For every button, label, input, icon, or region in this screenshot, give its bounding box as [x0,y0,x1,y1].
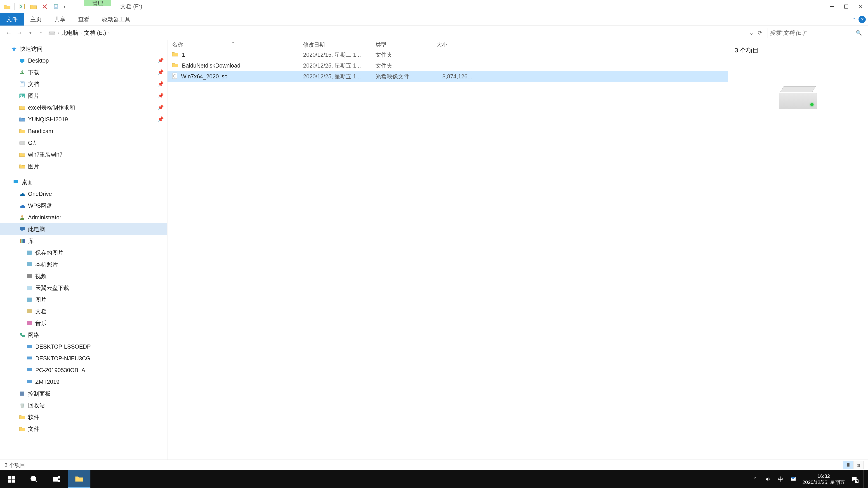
file-row[interactable]: BaiduNetdiskDownload2020/12/25, 星期五 1...… [167,60,727,71]
nav-up-button[interactable]: ↑ [36,28,46,38]
nav-net-pc4[interactable]: ZMT2019 [0,376,167,388]
nav-qa-yunqishi[interactable]: YUNQISHI2019📌 [0,113,167,125]
pin-icon[interactable]: 📌 [158,81,164,87]
search-box[interactable]: 搜索"文档 (E:)" 🔍 [767,28,864,38]
nav-qa-documents[interactable]: 文档📌 [0,78,167,90]
start-button[interactable] [0,470,23,488]
nav-lib-pictures[interactable]: 图片 [0,294,167,305]
tray-app-icon[interactable] [790,476,797,483]
column-header-date[interactable]: 修改日期 [299,41,371,48]
refresh-button[interactable]: ⟳ [756,28,764,38]
nav-item-label: 文件 [28,425,39,433]
file-type: 光盘映像文件 [371,73,432,80]
navigation-pane[interactable]: 快速访问 Desktop📌 下载📌 文档📌 图片📌 excel表格制作求和📌 Y… [0,40,167,459]
nav-forward-button[interactable]: → [14,28,24,38]
ribbon-collapse-chevron-icon[interactable]: ⌃ [851,16,857,23]
qat-new-folder-icon[interactable] [28,1,39,12]
column-header-name[interactable]: ▴名称 [167,41,299,48]
address-root-icon[interactable] [49,31,55,35]
breadcrumb-chevron-icon[interactable]: › [55,31,61,35]
nav-user-admin[interactable]: Administrator [0,212,167,223]
nav-qa-bandicam[interactable]: Bandicam [0,125,167,137]
network-icon [19,332,25,338]
nav-qa-downloads[interactable]: 下载📌 [0,66,167,78]
pin-icon[interactable]: 📌 [158,58,164,64]
nav-recycle-bin[interactable]: 回收站 [0,399,167,411]
nav-onedrive[interactable]: OneDrive [0,188,167,200]
pin-icon[interactable]: 📌 [158,116,164,122]
search-icon[interactable]: 🔍 [856,30,862,36]
view-large-icons-button[interactable]: ▦ [854,461,864,469]
help-button[interactable]: ? [859,16,866,23]
nav-lib-savedpics[interactable]: 保存的图片 [0,247,167,258]
nav-item-label: DESKTOP-NJEU3CG [35,355,90,362]
ime-indicator[interactable]: 中 [777,476,784,483]
nav-qa-excel[interactable]: excel表格制作求和📌 [0,102,167,113]
nav-lib-music[interactable]: 音乐 [0,317,167,329]
window-title: 文档 (E:) [120,3,142,10]
view-details-button[interactable]: ≣ [843,461,853,469]
address-history-chevron-icon[interactable]: ⌄ [747,28,756,38]
nav-net-pc1[interactable]: DESKTOP-LSSOEDP [0,341,167,352]
nav-net-pc3[interactable]: PC-20190530OBLA [0,364,167,376]
file-row[interactable]: Win7x64_2020.iso2020/12/25, 星期五 1...光盘映像… [167,71,727,82]
documents-icon [19,81,25,87]
column-header-type[interactable]: 类型 [371,41,432,48]
nav-quick-access[interactable]: 快速访问 [0,43,167,55]
file-row[interactable]: 12020/12/15, 星期二 1...文件夹 [167,49,727,60]
nav-lib-videos[interactable]: 视频 [0,270,167,282]
svg-rect-31 [20,333,22,335]
nav-qa-pictures2[interactable]: 图片 [0,160,167,172]
nav-control-panel[interactable]: 控制面板 [0,388,167,399]
taskbar-clock[interactable]: 16:32 2020/12/25, 星期五 [802,473,845,486]
nav-qa-pictures[interactable]: 图片📌 [0,90,167,102]
nav-libraries[interactable]: 库 [0,235,167,247]
qat-delete-icon[interactable] [39,1,50,12]
ribbon-tab-share[interactable]: 共享 [48,13,72,26]
task-view-button[interactable] [45,470,68,488]
breadcrumb-this-pc[interactable]: 此电脑 [61,29,78,37]
breadcrumb-current[interactable]: 文档 (E:) [84,29,106,37]
nav-qa-win7reinstall[interactable]: win7重装win7 [0,149,167,160]
nav-software[interactable]: 软件 [0,411,167,423]
nav-this-pc[interactable]: 此电脑 [0,223,167,235]
nav-item-label: 音乐 [35,320,46,327]
ribbon-tab-view[interactable]: 查看 [72,13,96,26]
qat-properties-icon[interactable] [17,1,27,12]
nav-net-pc2[interactable]: DESKTOP-NJEU3CG [0,352,167,364]
taskbar-explorer-button[interactable] [68,470,90,488]
nav-lib-documents[interactable]: 文档 [0,305,167,317]
nav-files[interactable]: 文件 [0,423,167,435]
volume-icon[interactable] [765,476,771,483]
address-bar[interactable]: › 此电脑 › 文档 (E:) › ⌄ ⟳ [47,28,765,38]
nav-back-button[interactable]: ← [4,28,13,38]
minimize-button[interactable] [825,0,839,13]
nav-network[interactable]: 网络 [0,329,167,341]
nav-recent-chevron-icon[interactable]: ▾ [25,28,35,38]
ribbon-tab-file[interactable]: 文件 [0,13,24,26]
breadcrumb-chevron-icon[interactable]: › [106,31,112,35]
breadcrumb-chevron-icon[interactable]: › [78,31,84,35]
nav-lib-localphotos[interactable]: 本机照片 [0,258,167,270]
ribbon-tab-home[interactable]: 主页 [24,13,48,26]
svg-rect-45 [54,477,58,481]
close-button[interactable] [854,0,868,13]
qat-customize-chevron-icon[interactable]: ▾ [62,1,67,12]
pin-icon[interactable]: 📌 [158,105,164,110]
column-header-size[interactable]: 大小 [432,41,475,48]
tray-overflow-chevron-icon[interactable]: ⌃ [752,476,758,483]
nav-desktop-root[interactable]: 桌面 [0,176,167,188]
nav-qa-desktop[interactable]: Desktop📌 [0,55,167,66]
show-desktop-button[interactable] [864,470,866,488]
pin-icon[interactable]: 📌 [158,69,164,75]
qat-rename-icon[interactable] [51,1,61,12]
qat-app-icon[interactable] [2,1,12,12]
ribbon-tab-drivetools[interactable]: 驱动器工具 [96,13,137,26]
nav-qa-drive-g[interactable]: G:\ [0,137,167,149]
action-center-button[interactable]: 3 [851,476,858,483]
nav-lib-tianyi[interactable]: 天翼云盘下载 [0,282,167,294]
pin-icon[interactable]: 📌 [158,93,164,99]
maximize-button[interactable] [839,0,854,13]
taskbar-search-button[interactable] [23,470,45,488]
nav-wps[interactable]: WPS网盘 [0,200,167,212]
